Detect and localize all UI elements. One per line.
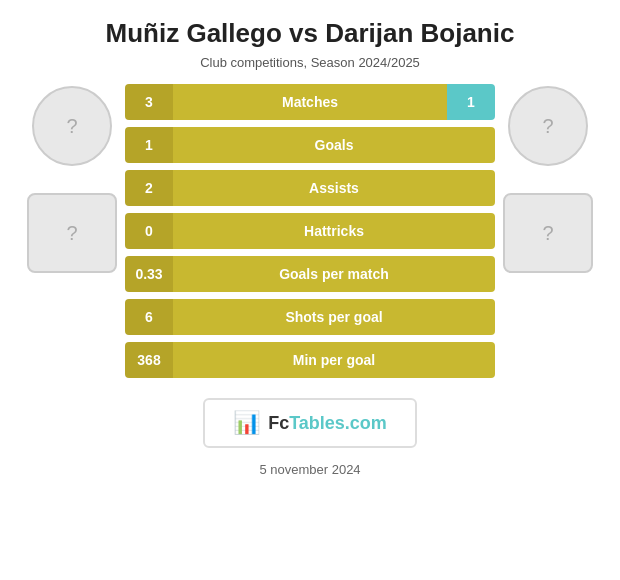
stat-bar-middle-2: Assists — [173, 170, 495, 206]
stat-row-2: 2Assists — [125, 170, 495, 206]
page-subtitle: Club competitions, Season 2024/2025 — [200, 55, 420, 70]
stat-label-4: Goals per match — [279, 266, 389, 282]
stat-label-0: Matches — [282, 94, 338, 110]
stat-bar-middle-5: Shots per goal — [173, 299, 495, 335]
avatars-left: ? ? — [27, 86, 117, 273]
brand-icon: 📊 — [233, 410, 260, 436]
avatars-right: ? ? — [503, 86, 593, 273]
bars-section: 3Matches11Goals2Assists0Hattricks0.33Goa… — [125, 84, 495, 378]
stat-left-value-3: 0 — [125, 213, 173, 249]
avatar-left-bottom: ? — [27, 193, 117, 273]
stat-row-1: 1Goals — [125, 127, 495, 163]
stat-row-0: 3Matches1 — [125, 84, 495, 120]
stat-left-value-1: 1 — [125, 127, 173, 163]
brand-section: 📊 FcTables.com — [203, 398, 417, 448]
stat-label-5: Shots per goal — [285, 309, 382, 325]
comparison-section: ? ? 3Matches11Goals2Assists0Hattricks0.3… — [0, 84, 620, 378]
stat-bar-middle-4: Goals per match — [173, 256, 495, 292]
stat-row-3: 0Hattricks — [125, 213, 495, 249]
page-title: Muñiz Gallego vs Darijan Bojanic — [86, 18, 535, 49]
stat-left-value-4: 0.33 — [125, 256, 173, 292]
stat-label-1: Goals — [315, 137, 354, 153]
stat-right-value-0: 1 — [447, 84, 495, 120]
stat-bar-middle-6: Min per goal — [173, 342, 495, 378]
brand-box: 📊 FcTables.com — [203, 398, 417, 448]
date-footer: 5 november 2024 — [259, 462, 360, 477]
avatar-right-bottom: ? — [503, 193, 593, 273]
avatar-left-top-placeholder: ? — [66, 115, 77, 138]
stat-bar-middle-3: Hattricks — [173, 213, 495, 249]
stat-row-5: 6Shots per goal — [125, 299, 495, 335]
stat-row-6: 368Min per goal — [125, 342, 495, 378]
brand-text: FcTables.com — [268, 413, 387, 434]
stat-label-2: Assists — [309, 180, 359, 196]
stat-left-value-6: 368 — [125, 342, 173, 378]
stat-row-4: 0.33Goals per match — [125, 256, 495, 292]
stat-label-6: Min per goal — [293, 352, 375, 368]
stat-bar-middle-0: Matches — [173, 84, 447, 120]
page: Muñiz Gallego vs Darijan Bojanic Club co… — [0, 0, 620, 580]
stat-label-3: Hattricks — [304, 223, 364, 239]
stat-left-value-5: 6 — [125, 299, 173, 335]
avatar-right-top: ? — [508, 86, 588, 166]
avatar-right-bottom-placeholder: ? — [542, 222, 553, 245]
avatar-left-bottom-placeholder: ? — [66, 222, 77, 245]
brand-colored-text: Tables.com — [289, 413, 387, 433]
stat-bar-middle-1: Goals — [173, 127, 495, 163]
stat-left-value-2: 2 — [125, 170, 173, 206]
avatar-right-top-placeholder: ? — [542, 115, 553, 138]
stat-left-value-0: 3 — [125, 84, 173, 120]
avatar-left-top: ? — [32, 86, 112, 166]
